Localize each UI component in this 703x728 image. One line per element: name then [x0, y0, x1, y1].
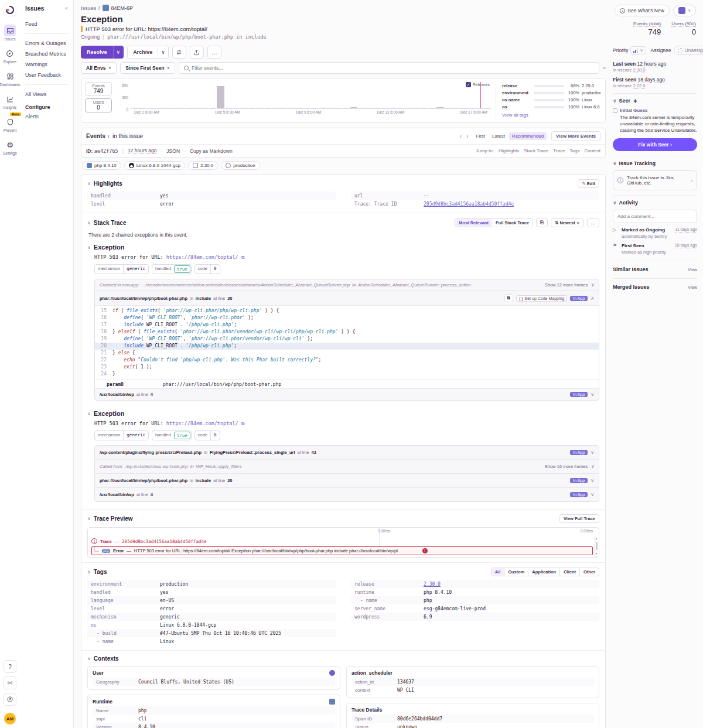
trace-error-row[interactable]: php Error — HTTP 503 error for URL: http…: [91, 546, 593, 555]
rail-item-explore[interactable]: Explore: [4, 47, 16, 64]
event-timestamp[interactable]: 12 hours ago: [128, 148, 157, 154]
view-similar-link[interactable]: View: [688, 267, 697, 272]
collapsed-frames-row[interactable]: Crashed in non-app: ...r/vendor/woocomme…: [95, 279, 599, 290]
event-nav-tab[interactable]: Latest: [489, 132, 508, 140]
sidebar-item[interactable]: Breached Metrics: [25, 49, 68, 59]
resolve-dropdown[interactable]: ∨: [113, 46, 124, 59]
show-more-frames-link[interactable]: Show 16 more frames: [545, 464, 588, 469]
collapse-activity-icon[interactable]: ∨: [613, 200, 617, 206]
release-marker-line[interactable]: [480, 82, 481, 108]
chart-users-toggle[interactable]: Users 0: [85, 98, 112, 112]
tag-summary-row[interactable]: os100%Linux 6.8.0-1044-g...: [502, 104, 600, 110]
most-relevant-tab[interactable]: Most Relevant: [455, 219, 492, 227]
date-range-filter[interactable]: Since First Seen∨: [120, 62, 175, 74]
collapse-highlights-icon[interactable]: ∨: [87, 181, 91, 186]
event-nav-tab[interactable]: Recommended: [509, 132, 547, 140]
edit-highlights-button[interactable]: ✎ Edit: [578, 179, 599, 188]
frame-usr-local-bin-wp[interactable]: /usr/local/bin/wp at line 4 In App∨: [95, 388, 599, 400]
sidebar-item[interactable]: Warnings: [25, 59, 68, 70]
environment-filter[interactable]: All Envs∨: [81, 62, 117, 74]
breadcrumb-project[interactable]: 84EM-6P: [111, 5, 134, 11]
frame-usr-local-bin-wp[interactable]: /usr/local/bin/wp at line 4 In App∨: [95, 487, 599, 501]
frame-boot-phar[interactable]: phar:///usr/local/bin/wp/php/boot-phar.p…: [95, 290, 599, 305]
rail-item-prevent[interactable]: Beta Prevent: [4, 116, 16, 132]
sentry-logo[interactable]: [4, 4, 16, 16]
collapse-seer-icon[interactable]: ∨: [613, 98, 617, 104]
track-issue-button[interactable]: i Track this issue in Jira, GitHub, etc.…: [613, 170, 697, 190]
tag-filter-tab[interactable]: Client: [559, 568, 579, 576]
initial-guess-label[interactable]: Initial Guess: [620, 108, 648, 113]
rail-item-settings[interactable]: ⚙ Settings: [3, 139, 17, 155]
chart-plot-area[interactable]: [131, 83, 491, 109]
expand-panel-icon[interactable]: »: [603, 65, 606, 71]
event-tag-pill[interactable]: php 8.4.10: [82, 161, 121, 170]
trace-scrollbar[interactable]: ▲▼: [594, 536, 598, 556]
setup-code-mapping-button[interactable]: { } Set up Code Mapping: [516, 295, 567, 302]
tag-value-link[interactable]: 2.30.0: [424, 582, 441, 587]
thread-icon[interactable]: ⎘: [536, 218, 548, 227]
users-90d-label[interactable]: Users (90d): [671, 21, 696, 27]
breadcrumb-issues-link[interactable]: Issues: [81, 5, 96, 11]
more-actions-button[interactable]: …: [207, 46, 221, 59]
prev-event-button[interactable]: ‹: [460, 133, 462, 139]
archive-button[interactable]: Archive: [127, 46, 158, 59]
copy-markdown-link[interactable]: Copy as Markdown: [190, 148, 233, 154]
view-merged-link[interactable]: View: [688, 285, 697, 290]
comment-input[interactable]: [613, 210, 697, 223]
tag-summary-row[interactable]: environment100%production: [502, 90, 600, 95]
collapse-issue-tracking-icon[interactable]: ∨: [613, 161, 617, 166]
expand-frame-icon[interactable]: ∨: [591, 392, 594, 397]
mute-button[interactable]: [172, 46, 186, 59]
sort-newest-dropdown[interactable]: ⇅ Newest ∨: [551, 218, 583, 227]
rail-item-issues[interactable]: Issues: [4, 25, 16, 41]
event-tag-pill[interactable]: 2.30.0: [188, 161, 218, 170]
broadcast-icon[interactable]: [4, 676, 16, 689]
full-stack-trace-tab[interactable]: Full Stack Trace: [492, 219, 533, 227]
support-icon[interactable]: [4, 693, 16, 706]
copy-frame-icon[interactable]: ⧉: [504, 294, 513, 302]
collapse-trace-icon[interactable]: ∨: [87, 516, 91, 521]
events-chart[interactable]: ✓ Releases 6003000 Dec 1 6:00 AMDec 5 6:…: [117, 82, 491, 119]
tag-filter-tab[interactable]: Application: [528, 568, 559, 576]
tag-filter-tab[interactable]: Custom: [504, 568, 528, 576]
show-more-frames-link[interactable]: Show 12 more frames: [545, 282, 588, 288]
view-all-tags-link[interactable]: View all tags: [502, 112, 528, 118]
stacktrace-more-button[interactable]: …: [587, 218, 600, 227]
collapse-tags-icon[interactable]: ∨: [87, 569, 91, 575]
jump-link[interactable]: Trace: [553, 148, 565, 153]
events-dropdown[interactable]: Events: [86, 133, 105, 139]
frame-boot-phar[interactable]: phar:///usr/local/bin/wp/php/boot-phar.p…: [95, 473, 599, 487]
archive-dropdown[interactable]: ∨: [158, 46, 169, 59]
events-total-label[interactable]: Events (total): [633, 21, 661, 27]
frame-preload-php[interactable]: /wp-content/plugins/flying-press/src/Pre…: [95, 446, 599, 459]
collapsed-frames-row[interactable]: Called from: /wp-includes/class-wp-hook.…: [95, 459, 599, 473]
share-button[interactable]: [190, 46, 204, 59]
jump-link[interactable]: Tags: [570, 148, 580, 153]
tag-summary-row[interactable]: os.name100%Linux: [502, 97, 600, 102]
trace-waterfall[interactable]: 0.00ms0.00ms 1 Trace — 205d9d8bc3ad4156a…: [87, 527, 599, 558]
collapse-exception1-icon[interactable]: ∨: [87, 245, 91, 250]
rail-item-dashboards[interactable]: Dashboards: [0, 70, 21, 87]
event-tag-pill[interactable]: production: [221, 161, 260, 170]
tag-filter-tab[interactable]: Other: [579, 568, 599, 576]
account-menu-button[interactable]: ∨: [673, 5, 696, 16]
event-nav-tab[interactable]: First: [473, 132, 489, 140]
jump-link[interactable]: Context: [584, 148, 600, 153]
rail-item-insights[interactable]: Insights: [4, 93, 16, 110]
sidebar-item[interactable]: User Feedback: [25, 70, 68, 80]
json-link[interactable]: JSON: [166, 148, 180, 154]
collapse-stacktrace-icon[interactable]: ∨: [87, 220, 91, 225]
exception-url-link[interactable]: https://84em.com/toptal/: [166, 254, 238, 260]
tag-value-link[interactable]: 205d9d8bc3ad4156aa18ab4d50ffad4e: [424, 201, 514, 207]
view-full-trace-button[interactable]: View Full Trace: [559, 514, 599, 523]
sidebar-item-feed[interactable]: Feed: [25, 19, 68, 29]
collapse-exception2-icon[interactable]: ∨: [87, 411, 91, 416]
collapse-frame-icon[interactable]: ∧: [591, 296, 594, 301]
tag-filter-tab[interactable]: All: [492, 568, 504, 576]
fix-with-seer-button[interactable]: Fix with Seer ›: [613, 138, 697, 151]
whats-new-button[interactable]: See What's New: [615, 5, 670, 16]
view-more-events-button[interactable]: View More Events: [551, 131, 600, 141]
sidebar-item-all-views[interactable]: All Views: [25, 89, 68, 100]
trace-root-row[interactable]: 1 Trace — 205d9d8bc3ad4156aa18ab4d50ffad…: [91, 538, 593, 544]
help-icon[interactable]: ?: [4, 660, 16, 673]
